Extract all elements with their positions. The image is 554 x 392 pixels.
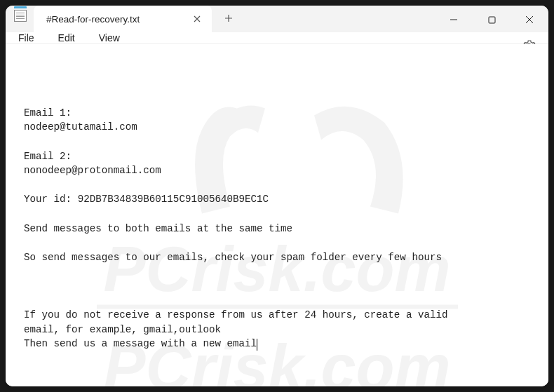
svg-rect-0 bbox=[489, 17, 495, 23]
text-content-area[interactable]: PCrisk.com PCrisk.com Email 1: nodeep@tu… bbox=[6, 44, 548, 386]
tab-title: #Read-for-recovery.txt bbox=[46, 14, 140, 25]
menu-edit[interactable]: Edit bbox=[58, 32, 75, 43]
menubar: File Edit View bbox=[6, 32, 548, 44]
titlebar: #Read-for-recovery.txt bbox=[6, 6, 548, 32]
minimize-button[interactable] bbox=[435, 6, 473, 34]
text-cursor bbox=[257, 339, 257, 351]
menu-view[interactable]: View bbox=[99, 32, 120, 43]
new-tab-button[interactable] bbox=[216, 6, 241, 31]
menu-file[interactable]: File bbox=[18, 32, 34, 43]
id-label: Your id: bbox=[24, 194, 72, 205]
email2-value: nonodeep@protonmail.com bbox=[24, 165, 161, 176]
maximize-button[interactable] bbox=[473, 6, 511, 34]
notepad-window: #Read-for-recovery.txt File Edit View bbox=[6, 6, 548, 386]
body-line-2: So send messages to our emails, check yo… bbox=[24, 252, 442, 263]
id-value: 92DB7B34839B60115C91005640B9EC1C bbox=[78, 194, 269, 205]
body-line-4: Then send us a message with a new email bbox=[24, 338, 257, 349]
close-window-button[interactable] bbox=[511, 6, 548, 34]
email1-value: nodeep@tutamail.com bbox=[24, 121, 137, 133]
email2-label: Email 2: bbox=[24, 151, 72, 162]
active-tab[interactable]: #Read-for-recovery.txt bbox=[34, 6, 212, 32]
window-controls bbox=[435, 6, 548, 34]
notepad-icon bbox=[14, 6, 27, 22]
body-line-3a: If you do not receive a response from us… bbox=[24, 309, 448, 320]
close-tab-icon[interactable] bbox=[192, 14, 202, 24]
document-text: Email 1: nodeep@tutamail.com Email 2: no… bbox=[24, 106, 534, 351]
body-line-3b: email, for example, gmail,outlook bbox=[24, 324, 221, 335]
body-line-1: Send messages to both emails at the same… bbox=[24, 223, 292, 234]
email1-label: Email 1: bbox=[24, 107, 72, 119]
